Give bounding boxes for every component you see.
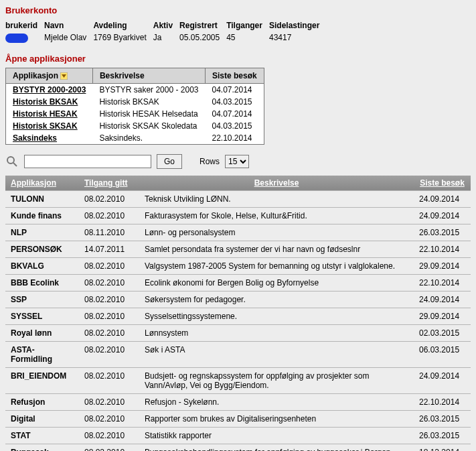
grid-app: BRI_EIENDOM	[5, 367, 79, 393]
open-app-desc: Saksindeks.	[92, 132, 205, 145]
open-apps-row: Historisk HESAKHistorisk HESAK Helsedata…	[6, 108, 264, 120]
grid-row: PERSONSØK14.07.2011Samlet persondata fra…	[5, 241, 471, 257]
grid-desc: Søkersystem for pedagoger.	[139, 291, 414, 308]
grid-besok: 06.03.2015	[414, 341, 471, 367]
grid-app: ASTA-Formidling	[5, 341, 79, 367]
grid-hdr-tilgang[interactable]: Tilgang gitt	[79, 176, 139, 191]
grid-hdr-desc[interactable]: Beskrivelse	[139, 176, 414, 191]
grid-tilgang: 08.02.2010	[79, 324, 139, 341]
grid-app: Royal lønn	[5, 324, 79, 341]
grid-app: BBB Ecolink	[5, 274, 79, 291]
val-navn: Mjelde Olav	[44, 31, 93, 44]
grid-besok: 26.03.2015	[414, 410, 471, 427]
open-apps-row: Historisk BKSAKHistorisk BKSAK04.03.2015	[6, 96, 264, 108]
open-app-link[interactable]: Saksindeks	[13, 133, 57, 143]
user-account-title: Brukerkonto	[5, 5, 471, 15]
grid-row: TULONN08.02.2010Teknisk Utvikling LØNN.2…	[5, 190, 471, 207]
hdr-avdeling: Avdeling	[93, 19, 153, 31]
grid-besok: 29.09.2014	[414, 257, 471, 274]
grid-row: SSP08.02.2010Søkersystem for pedagoger.2…	[5, 291, 471, 308]
open-apps-hdr-date[interactable]: Siste besøk	[205, 68, 264, 83]
svg-line-3	[13, 163, 17, 166]
grid-row: BKVALG08.02.2010Valgsystem 1987-2005 Sys…	[5, 257, 471, 274]
hdr-tilganger: Tilganger	[226, 19, 269, 31]
grid-hdr-app[interactable]: Applikasjon	[5, 176, 79, 191]
grid-desc: Valgsystem 1987-2005 System for bemannin…	[139, 257, 414, 274]
grid-desc: Byggesaksbehandlingssystem for oppfølgin…	[139, 444, 414, 451]
val-tilganger: 45	[226, 31, 269, 44]
access-grid: Applikasjon Tilgang gitt Beskrivelse Sis…	[5, 176, 471, 451]
grid-besok: 18.12.2014	[414, 444, 471, 451]
grid-app: NLP	[5, 224, 79, 241]
open-app-link[interactable]: Historisk HESAK	[13, 109, 78, 119]
grid-desc: Teknisk Utvikling LØNN.	[139, 190, 414, 207]
grid-tilgang: 08.02.2010	[79, 257, 139, 274]
grid-hdr-besok[interactable]: Siste besøk	[414, 176, 471, 191]
grid-tilgang: 14.07.2011	[79, 241, 139, 257]
hdr-aktiv: Aktiv	[153, 19, 179, 31]
open-app-date: 22.10.2014	[205, 132, 264, 145]
open-app-link[interactable]: Historisk BKSAK	[13, 97, 78, 107]
user-info-table: brukerid Navn Avdeling Aktiv Registrert …	[5, 19, 326, 44]
grid-besok: 22.10.2014	[414, 241, 471, 257]
grid-row: STAT08.02.2010Statistikk rapporter26.03.…	[5, 427, 471, 444]
grid-tilgang: 08.02.2010	[79, 274, 139, 291]
rows-label: Rows	[200, 157, 220, 166]
grid-app: BKVALG	[5, 257, 79, 274]
open-app-date: 04.03.2015	[205, 96, 264, 108]
grid-desc: Budsjett- og regnskapssystem for oppfølg…	[139, 367, 414, 393]
grid-app: Byggesak	[5, 444, 79, 451]
val-aktiv: Ja	[153, 31, 179, 44]
grid-desc: Samlet persondata fra systemer der vi ha…	[139, 241, 414, 257]
grid-app: PERSONSØK	[5, 241, 79, 257]
grid-besok: 24.09.2014	[414, 207, 471, 224]
grid-tilgang: 08.02.2010	[79, 393, 139, 410]
grid-desc: Lønnsystem	[139, 324, 414, 341]
open-apps-hdr-app[interactable]: Applikasjon	[6, 68, 93, 83]
grid-desc: Ecolink økonomi for Bergen Bolig og Byfo…	[139, 274, 414, 291]
grid-besok: 26.03.2015	[414, 427, 471, 444]
grid-tilgang: 08.11.2010	[79, 224, 139, 241]
open-apps-hdr-desc[interactable]: Beskrivelse	[92, 68, 205, 83]
grid-app: Kunde finans	[5, 207, 79, 224]
grid-tilgang: 08.02.2010	[79, 410, 139, 427]
open-app-desc: Historisk SKSAK Skoledata	[92, 120, 205, 132]
grid-row: NLP08.11.2010Lønn- og personalsystem26.0…	[5, 224, 471, 241]
go-button[interactable]: Go	[157, 154, 182, 169]
open-apps-title: Åpne applikasjoner	[5, 54, 471, 64]
val-brukerid	[5, 31, 44, 44]
grid-desc: Fakturasystem for Skole, Helse, Kultur&F…	[139, 207, 414, 224]
hdr-sidelastinger: Sidelastinger	[269, 19, 326, 31]
grid-row: ASTA-Formidling08.02.2010Søk i ASTA06.03…	[5, 341, 471, 367]
grid-besok: 24.09.2014	[414, 190, 471, 207]
grid-besok: 22.10.2014	[414, 393, 471, 410]
rows-select[interactable]: 15	[225, 155, 249, 168]
grid-row: Byggesak08.02.2010Byggesaksbehandlingssy…	[5, 444, 471, 451]
open-app-link[interactable]: BYSTYR 2000-2003	[13, 85, 86, 94]
grid-besok: 02.03.2015	[414, 324, 471, 341]
search-icon[interactable]	[5, 155, 19, 168]
grid-tilgang: 08.02.2010	[79, 367, 139, 393]
grid-desc: Refusjon - Sykelønn.	[139, 393, 414, 410]
search-bar: Go Rows 15	[5, 154, 471, 169]
grid-row: Refusjon08.02.2010Refusjon - Sykelønn.22…	[5, 393, 471, 410]
open-apps-table: Applikasjon Beskrivelse Siste besøk BYST…	[5, 68, 264, 145]
open-apps-row: SaksindeksSaksindeks.22.10.2014	[6, 132, 264, 145]
sort-desc-icon[interactable]	[60, 71, 68, 80]
open-app-date: 04.07.2014	[205, 108, 264, 120]
open-app-desc: BYSTYR saker 2000 - 2003	[92, 83, 205, 96]
grid-besok: 26.03.2015	[414, 224, 471, 241]
grid-row: BRI_EIENDOM08.02.2010Budsjett- og regnsk…	[5, 367, 471, 393]
open-app-desc: Historisk BKSAK	[92, 96, 205, 108]
search-input[interactable]	[24, 155, 151, 168]
open-app-link[interactable]: Historisk SKSAK	[13, 121, 78, 131]
hdr-brukerid: brukerid	[5, 19, 44, 31]
grid-tilgang: 08.02.2010	[79, 291, 139, 308]
svg-point-2	[7, 157, 14, 164]
grid-tilgang: 08.02.2010	[79, 190, 139, 207]
grid-row: Royal lønn08.02.2010Lønnsystem02.03.2015	[5, 324, 471, 341]
grid-row: SYSSEL08.02.2010Sysselsettingssystemene.…	[5, 308, 471, 324]
grid-desc: Søk i ASTA	[139, 341, 414, 367]
grid-app: SYSSEL	[5, 308, 79, 324]
open-app-date: 04.03.2015	[205, 120, 264, 132]
